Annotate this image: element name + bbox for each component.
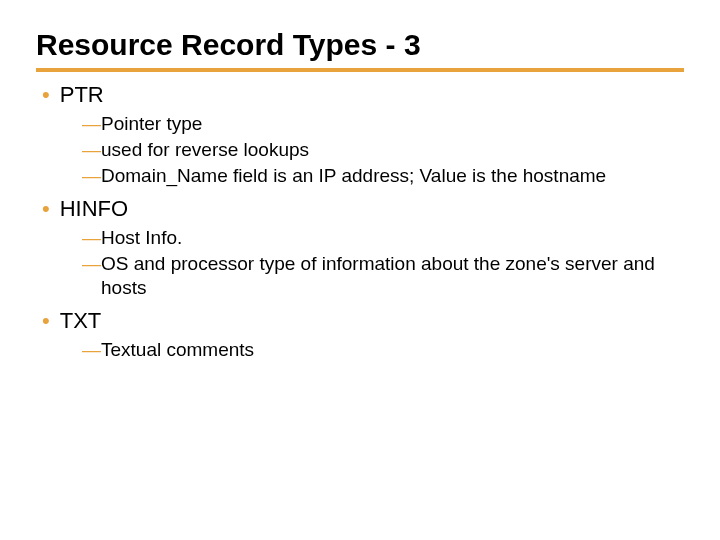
sub-text: OS and processor type of information abo… — [101, 252, 681, 300]
bullet-dot-icon: • — [42, 198, 50, 220]
sub-item: — used for reverse lookups — [36, 138, 684, 162]
sub-text: used for reverse lookups — [101, 138, 309, 162]
slide-title: Resource Record Types - 3 — [36, 28, 684, 72]
sub-text: Domain_Name field is an IP address; Valu… — [101, 164, 606, 188]
sub-text: Host Info. — [101, 226, 182, 250]
dash-icon: — — [82, 226, 101, 250]
sub-item: — Textual comments — [36, 338, 684, 362]
bullet-item-hinfo: • HINFO — [36, 196, 684, 222]
bullet-label: PTR — [60, 82, 104, 108]
dash-icon: — — [82, 338, 101, 362]
sub-item: — Pointer type — [36, 112, 684, 136]
dash-icon: — — [82, 164, 101, 188]
sub-item: — OS and processor type of information a… — [36, 252, 684, 300]
sub-text: Textual comments — [101, 338, 254, 362]
bullet-item-ptr: • PTR — [36, 82, 684, 108]
bullet-item-txt: • TXT — [36, 308, 684, 334]
dash-icon: — — [82, 252, 101, 276]
sub-item: — Domain_Name field is an IP address; Va… — [36, 164, 684, 188]
dash-icon: — — [82, 112, 101, 136]
sub-item: — Host Info. — [36, 226, 684, 250]
bullet-dot-icon: • — [42, 310, 50, 332]
bullet-label: TXT — [60, 308, 102, 334]
bullet-label: HINFO — [60, 196, 128, 222]
dash-icon: — — [82, 138, 101, 162]
bullet-dot-icon: • — [42, 84, 50, 106]
sub-text: Pointer type — [101, 112, 202, 136]
